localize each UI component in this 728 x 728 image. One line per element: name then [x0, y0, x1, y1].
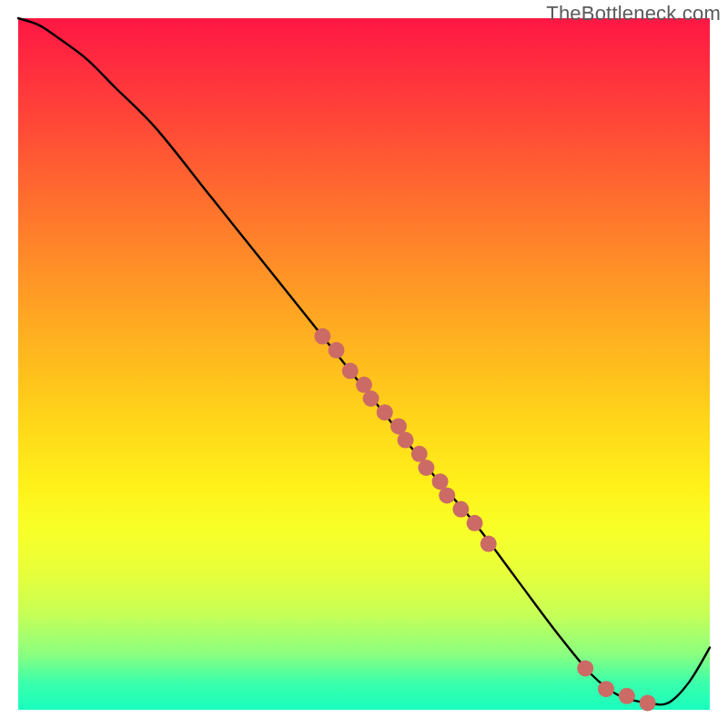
marker-point — [314, 329, 330, 345]
highlighted-points — [314, 329, 655, 712]
marker-point — [342, 363, 359, 379]
marker-point — [480, 536, 497, 552]
marker-point — [577, 660, 593, 676]
marker-point — [467, 515, 483, 531]
bottleneck-curve — [18, 18, 710, 704]
marker-point — [452, 501, 469, 518]
marker-point — [439, 487, 455, 503]
marker-point — [377, 404, 393, 420]
marker-point — [418, 460, 434, 476]
watermark-label: TheBottleneck.com — [546, 2, 721, 25]
marker-point — [598, 681, 614, 697]
marker-point — [619, 688, 635, 704]
marker-point — [363, 390, 379, 407]
chart-overlay — [0, 0, 728, 728]
marker-point — [640, 694, 656, 711]
chart-container: TheBottleneck.com — [0, 0, 728, 728]
marker-point — [329, 342, 345, 359]
marker-point — [398, 432, 414, 449]
